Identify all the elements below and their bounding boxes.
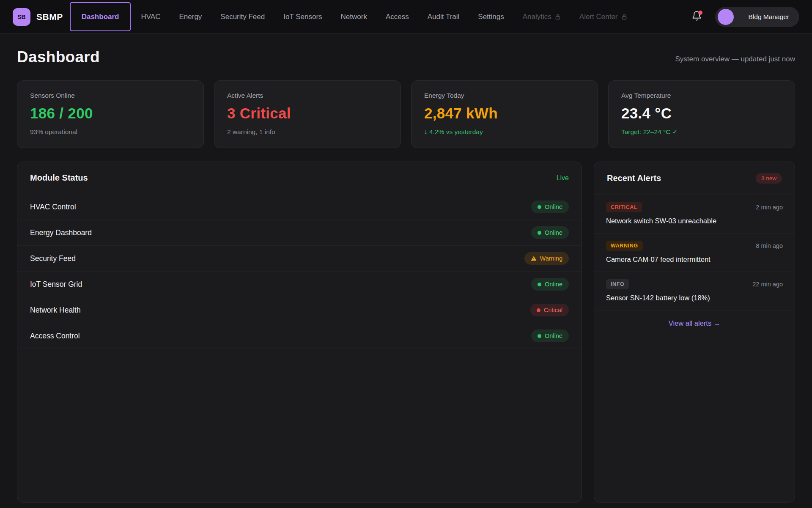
status-dot-icon: [538, 334, 541, 338]
status-label: Online: [545, 332, 562, 339]
tab-security-feed[interactable]: Security Feed: [211, 0, 274, 33]
status-badge-warning: Warning: [524, 252, 569, 265]
tab-iot-sensors[interactable]: IoT Sensors: [274, 0, 331, 33]
app-root: SB SBMP Dashboard HVAC Energy Security F…: [0, 0, 812, 508]
tab-settings[interactable]: Settings: [469, 0, 513, 33]
status-badge-online: Online: [531, 226, 569, 239]
module-row-hvac-control: HVAC Control Online: [17, 194, 582, 220]
live-indicator: Live: [557, 174, 569, 182]
avatar: [718, 9, 734, 25]
status-label: Critical: [544, 307, 562, 313]
tab-network[interactable]: Network: [332, 0, 376, 33]
notification-dot: [698, 11, 702, 15]
user-menu[interactable]: Bldg Manager: [715, 7, 799, 27]
alert-level-tag: WARNING: [606, 241, 643, 251]
module-status-header: Module Status Live: [17, 162, 582, 194]
stat-value: 23.4 °C: [621, 105, 782, 122]
tab-dashboard-label: Dashboard: [82, 13, 119, 21]
user-name: Bldg Manager: [748, 13, 789, 21]
tab-settings-label: Settings: [478, 13, 504, 21]
view-all-alerts-link[interactable]: View all alerts →: [594, 310, 795, 336]
tab-dashboard[interactable]: Dashboard: [70, 2, 131, 31]
tab-iot-sensors-label: IoT Sensors: [283, 13, 322, 21]
tab-energy-label: Energy: [179, 13, 202, 21]
status-label: Warning: [540, 255, 562, 262]
alert-item-top: INFO 22 min ago: [606, 279, 783, 289]
stat-card-active-alerts: Active Alerts 3 Critical 2 warning, 1 in…: [214, 80, 401, 148]
tab-network-label: Network: [341, 13, 367, 21]
recent-alerts-header: Recent Alerts 3 new: [594, 162, 795, 195]
status-label: Online: [545, 203, 562, 210]
tab-analytics[interactable]: Analytics: [513, 0, 570, 33]
brand-logo: SB: [13, 8, 30, 26]
lock-icon: [621, 14, 627, 20]
stat-sub: ↓ 4.2% vs yesterday: [424, 128, 585, 136]
brand-name: SBMP: [36, 12, 63, 22]
warning-triangle-icon: [531, 255, 537, 261]
alert-level-tag: CRITICAL: [606, 202, 642, 212]
page-header: Dashboard System overview — updated just…: [17, 48, 795, 66]
alert-item-critical: CRITICAL 2 min ago Network switch SW-03 …: [594, 195, 795, 233]
alert-item-top: CRITICAL 2 min ago: [606, 202, 783, 212]
stat-label: Sensors Online: [30, 92, 191, 99]
tab-alert-center[interactable]: Alert Center: [570, 0, 636, 33]
page-subtitle: System overview — updated just now: [675, 55, 795, 66]
stat-cards: Sensors Online 186 / 200 93% operational…: [17, 80, 795, 148]
recent-alerts-title: Recent Alerts: [607, 173, 661, 183]
tab-energy[interactable]: Energy: [170, 0, 211, 33]
status-badge-online: Online: [531, 278, 569, 291]
module-name: Access Control: [30, 332, 80, 340]
main-content: Dashboard System overview — updated just…: [0, 34, 812, 508]
stat-card-avg-temperature: Avg Temperature 23.4 °C Target: 22–24 °C…: [608, 80, 795, 148]
module-row-security-feed: Security Feed Warning: [17, 246, 582, 272]
stat-label: Avg Temperature: [621, 92, 782, 99]
status-dot-icon: [538, 231, 541, 235]
status-label: Online: [545, 229, 562, 236]
module-name: IoT Sensor Grid: [30, 280, 82, 289]
notifications-button[interactable]: [691, 11, 702, 23]
alert-message: Network switch SW-03 unreachable: [606, 217, 783, 225]
stat-value: 3 Critical: [227, 105, 388, 122]
recent-alerts-panel: Recent Alerts 3 new CRITICAL 2 min ago N…: [594, 162, 795, 503]
module-name: Network Health: [30, 306, 81, 315]
nav-tabs: Dashboard HVAC Energy Security Feed IoT …: [69, 0, 636, 33]
module-row-energy-dashboard: Energy Dashboard Online: [17, 220, 582, 246]
status-badge-critical: Critical: [530, 304, 569, 316]
nav-right: Bldg Manager: [691, 7, 799, 27]
tab-audit-trail-label: Audit Trail: [428, 13, 460, 21]
alert-time: 2 min ago: [756, 204, 783, 211]
status-badge-online: Online: [531, 200, 569, 213]
alert-item-info: INFO 22 min ago Sensor SN-142 battery lo…: [594, 272, 795, 310]
tab-access[interactable]: Access: [376, 0, 418, 33]
lock-icon: [555, 14, 561, 20]
tab-hvac-label: HVAC: [141, 13, 160, 21]
tab-audit-trail[interactable]: Audit Trail: [418, 0, 469, 33]
alert-time: 8 min ago: [756, 242, 783, 249]
page-title: Dashboard: [17, 48, 100, 66]
status-badge-online: Online: [531, 330, 569, 342]
dashboard-grid: Module Status Live HVAC Control Online E…: [17, 162, 795, 503]
module-name: Energy Dashboard: [30, 228, 92, 237]
module-status-panel: Module Status Live HVAC Control Online E…: [17, 162, 582, 503]
module-row-network-health: Network Health Critical: [17, 297, 582, 323]
stat-label: Energy Today: [424, 92, 585, 99]
stat-card-energy-today: Energy Today 2,847 kWh ↓ 4.2% vs yesterd…: [411, 80, 598, 148]
alert-item-warning: WARNING 8 min ago Camera CAM-07 feed int…: [594, 233, 795, 272]
stat-sub: 2 warning, 1 info: [227, 128, 388, 136]
tab-security-feed-label: Security Feed: [220, 13, 265, 21]
alert-level-tag: INFO: [606, 279, 629, 289]
module-row-access-control: Access Control Online: [17, 323, 582, 349]
brand: SB SBMP: [13, 8, 63, 26]
stat-sub: 93% operational: [30, 128, 191, 136]
alert-item-top: WARNING 8 min ago: [606, 241, 783, 251]
tab-hvac[interactable]: HVAC: [132, 0, 170, 33]
stat-card-sensors-online: Sensors Online 186 / 200 93% operational: [17, 80, 204, 148]
alert-message: Sensor SN-142 battery low (18%): [606, 294, 783, 302]
module-name: Security Feed: [30, 254, 76, 263]
stat-label: Active Alerts: [227, 92, 388, 99]
status-label: Online: [545, 281, 562, 288]
module-name: HVAC Control: [30, 203, 76, 211]
stat-sub: Target: 22–24 °C ✓: [621, 128, 782, 136]
tab-alert-center-label: Alert Center: [579, 13, 618, 21]
stat-value: 2,847 kWh: [424, 105, 585, 122]
